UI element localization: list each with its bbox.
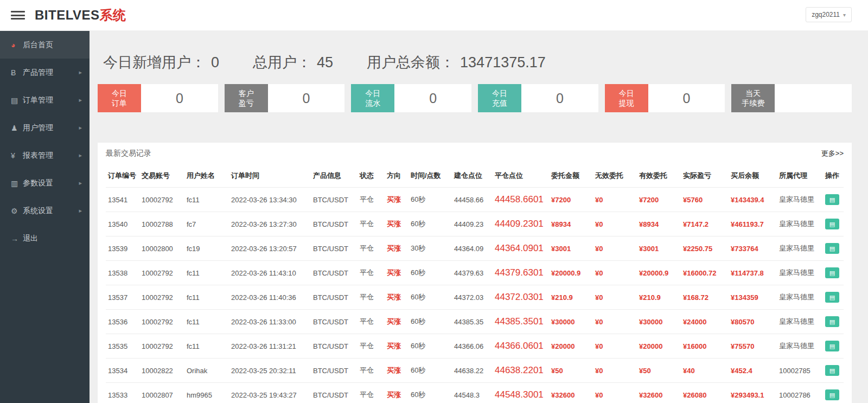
sidebar-item-2[interactable]: ▤订单管理▸ xyxy=(0,86,90,114)
table-row: 1353710002792fc112022-03-26 11:40:36BTC/… xyxy=(106,285,844,310)
view-order-button[interactable]: ▤ xyxy=(825,194,839,205)
cell-open: 44548.3 xyxy=(452,383,493,403)
cell-agent: 皇家马德里 xyxy=(777,261,823,285)
cell-balance: ¥461193.7 xyxy=(729,212,777,236)
cell-actions: ▤ xyxy=(823,310,844,334)
view-order-button[interactable]: ▤ xyxy=(825,243,839,254)
cell-agent: 皇家马德里 xyxy=(777,188,823,212)
cell-direction: 买涨 xyxy=(385,285,409,310)
cell-invalid: ¥0 xyxy=(593,334,637,359)
table-row: 1354010002788fc72022-03-26 13:27:30BTC/U… xyxy=(106,212,844,236)
sidebar-item-4[interactable]: ¥报表管理▸ xyxy=(0,142,90,169)
cell-agent: 皇家马德里 xyxy=(777,236,823,261)
cell-name: fc11 xyxy=(184,334,229,359)
cell-order-id: 13540 xyxy=(106,212,139,236)
user-dropdown[interactable]: zgq20211 ▾ xyxy=(806,7,852,22)
cell-close: 44458.6601 xyxy=(493,188,549,212)
cell-direction: 买涨 xyxy=(385,359,409,383)
col-header-8: 建仓点位 xyxy=(452,164,493,188)
user-icon: ♟ xyxy=(11,124,23,132)
cell-close: 44385.3501 xyxy=(493,310,549,334)
detail-icon: ▤ xyxy=(829,389,835,400)
stat-card-3: 今日充值0 xyxy=(478,84,598,112)
view-order-button[interactable]: ▤ xyxy=(825,292,839,303)
cell-actions: ▤ xyxy=(823,188,844,212)
col-header-7: 时间/点数 xyxy=(409,164,452,188)
cell-name: Orihak xyxy=(184,359,229,383)
cell-agent: 皇家马德里 xyxy=(777,310,823,334)
cell-balance: ¥75570 xyxy=(729,334,777,359)
stat-card-1: 客户盈亏0 xyxy=(225,84,345,112)
settings-icon: ⚙ xyxy=(11,207,23,215)
view-order-button[interactable]: ▤ xyxy=(825,316,839,327)
cell-account: 10002800 xyxy=(139,236,184,261)
view-order-button[interactable]: ▤ xyxy=(825,219,839,229)
cell-account: 10002792 xyxy=(139,285,184,310)
detail-icon: ▤ xyxy=(829,243,835,254)
cell-close: 44366.0601 xyxy=(493,334,549,359)
chevron-right-icon: ▸ xyxy=(79,207,82,214)
sidebar-item-label: 订单管理 xyxy=(23,95,79,105)
col-header-10: 委托金额 xyxy=(549,164,593,188)
order-icon: ▤ xyxy=(11,96,23,105)
cell-open: 44409.23 xyxy=(452,212,493,236)
sidebar-item-label: 产品管理 xyxy=(23,68,79,78)
detail-icon: ▤ xyxy=(829,219,835,229)
view-order-button[interactable]: ▤ xyxy=(825,267,839,278)
sidebar-item-5[interactable]: ▥参数设置▸ xyxy=(0,169,90,197)
cell-order-id: 13533 xyxy=(106,383,139,403)
report-icon: ¥ xyxy=(11,151,23,160)
panel-title: 最新交易记录 xyxy=(106,149,151,158)
cell-open: 44364.09 xyxy=(452,236,493,261)
cell-direction: 买涨 xyxy=(385,188,409,212)
cell-balance: ¥80570 xyxy=(729,310,777,334)
cell-actions: ▤ xyxy=(823,383,844,403)
panel-header: 最新交易记录 更多>> xyxy=(106,143,844,164)
cell-duration: 60秒 xyxy=(409,285,452,310)
stat-card-value: 0 xyxy=(268,84,345,112)
summary-stat-0: 今日新增用户：0 xyxy=(103,53,219,72)
cell-profit: ¥2250.75 xyxy=(681,236,729,261)
sidebar-item-0[interactable]: ◕后台首页 xyxy=(0,31,90,59)
menu-icon[interactable] xyxy=(11,10,25,21)
view-order-button[interactable]: ▤ xyxy=(825,341,839,351)
cell-close: 44379.6301 xyxy=(493,261,549,285)
cell-account: 10002792 xyxy=(139,334,184,359)
cell-agent: 10002785 xyxy=(777,359,823,383)
cell-account: 10002807 xyxy=(139,383,184,403)
cell-balance: ¥452.4 xyxy=(729,359,777,383)
detail-icon: ▤ xyxy=(829,292,835,303)
cell-invalid: ¥0 xyxy=(593,188,637,212)
view-order-button[interactable]: ▤ xyxy=(825,365,839,376)
cell-valid: ¥32600 xyxy=(637,383,681,403)
view-order-button[interactable]: ▤ xyxy=(825,389,839,400)
cell-close: 44409.2301 xyxy=(493,212,549,236)
cell-valid: ¥20000.9 xyxy=(637,261,681,285)
sidebar-item-6[interactable]: ⚙系统设置▸ xyxy=(0,197,90,225)
stat-label: 今日新增用户： xyxy=(103,53,206,72)
cell-duration: 60秒 xyxy=(409,188,452,212)
sidebar-item-1[interactable]: Ƀ产品管理▸ xyxy=(0,59,90,86)
stat-value: 45 xyxy=(317,54,333,71)
cell-status: 平仓 xyxy=(358,285,385,310)
cell-duration: 60秒 xyxy=(409,212,452,236)
cell-valid: ¥8934 xyxy=(637,212,681,236)
cell-amount: ¥50 xyxy=(549,359,593,383)
summary-stats: 今日新增用户：0总用户：45用户总余额：13471375.17 xyxy=(103,53,852,72)
logout-icon: → xyxy=(11,234,23,243)
sidebar-item-3[interactable]: ♟用户管理▸ xyxy=(0,114,90,142)
cell-agent: 皇家马德里 xyxy=(777,285,823,310)
sidebar-item-label: 参数设置 xyxy=(23,178,79,188)
cell-profit: ¥5760 xyxy=(681,188,729,212)
stat-card-badge: 今日订单 xyxy=(98,84,141,112)
sidebar-item-7[interactable]: →退出 xyxy=(0,225,90,252)
cell-account: 10002822 xyxy=(139,359,184,383)
cell-agent: 皇家马德里 xyxy=(777,334,823,359)
trades-table: 订单编号交易账号用户姓名订单时间产品信息状态方向时间/点数建仓点位平仓点位委托金… xyxy=(106,164,844,403)
col-header-13: 实际盈亏 xyxy=(681,164,729,188)
more-link[interactable]: 更多>> xyxy=(821,149,844,158)
brand-suffix: 系统 xyxy=(100,8,126,22)
cell-time: 2022-03-25 19:43:27 xyxy=(229,383,311,403)
detail-icon: ▤ xyxy=(829,194,835,205)
stat-value: 0 xyxy=(211,54,219,71)
